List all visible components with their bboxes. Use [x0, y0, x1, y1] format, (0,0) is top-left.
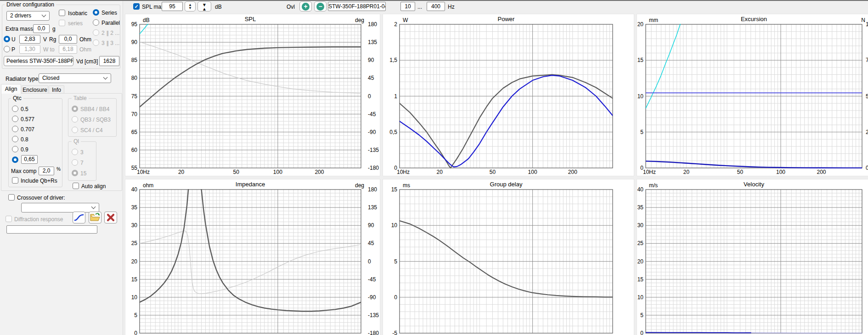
- right-tick-label: -135: [368, 312, 379, 318]
- voltage-label: U: [11, 36, 16, 43]
- isobaric-checkbox[interactable]: [59, 10, 65, 16]
- tab-align[interactable]: Align: [1, 84, 21, 94]
- qtc-custom-field[interactable]: 0,65: [21, 155, 38, 164]
- freq-from-field[interactable]: 10: [400, 2, 415, 11]
- crossover-checkbox[interactable]: [8, 194, 15, 201]
- right-tick-label: -45: [368, 111, 376, 117]
- table-qb3-label: QB3 / SQB3: [80, 117, 111, 123]
- rg-label: Rg: [49, 36, 56, 43]
- rg-field[interactable]: 0,0: [59, 35, 77, 44]
- table-sc4-label: SC4 / C4: [80, 127, 103, 134]
- y-tick-label: 10: [637, 294, 644, 301]
- spl-max-spinner[interactable]: ▲ ▼: [185, 1, 196, 11]
- right-tick-label: -180: [368, 165, 379, 171]
- right-tick-label: 90: [368, 222, 374, 229]
- diffraction-curve-button[interactable]: [73, 212, 85, 223]
- overlay-remove-button[interactable]: −: [314, 1, 327, 11]
- x-tick-label: 10Hz: [137, 169, 150, 175]
- right-axis-unit: deg: [355, 17, 364, 23]
- series-group-delay: [400, 221, 613, 297]
- ql-group-label: Ql: [72, 139, 81, 144]
- diffraction-label: Diffraction response: [14, 216, 63, 223]
- y-tick-label: 15: [637, 276, 644, 283]
- right-tick-label: 90: [368, 57, 374, 63]
- chart-title: Impedance: [236, 181, 265, 188]
- tab-info[interactable]: Info: [49, 85, 64, 94]
- right-tick-label: -90: [368, 294, 376, 301]
- power-radio[interactable]: [4, 46, 10, 52]
- power-unit: Ohm: [79, 46, 91, 53]
- right-tick-label: 0: [866, 165, 868, 171]
- x-tick-label: 20: [683, 169, 690, 175]
- extra-mass-unit: g: [52, 26, 56, 32]
- qtc-0.8-radio[interactable]: [12, 136, 18, 142]
- freq-ellipsis: ...: [417, 4, 422, 10]
- auto-align-label: Auto align: [81, 183, 106, 190]
- driver-select-button[interactable]: Peerless STW-350F-188PR01-: [4, 56, 73, 66]
- y-tick-label: 65: [131, 129, 138, 135]
- chart-svg-excursion: ExcursionmmN20151050100755025010Hz205010…: [637, 14, 868, 177]
- qtc-custom-radio[interactable]: [12, 156, 18, 163]
- qtc-0.577-label: 0.577: [21, 116, 34, 123]
- max-comp-field[interactable]: 2,0: [39, 167, 54, 175]
- diffraction-file-field[interactable]: [6, 225, 97, 234]
- x-tick-label: 200: [817, 169, 826, 175]
- spl-max-checkbox[interactable]: ✓: [133, 3, 140, 10]
- spinner-down-icon[interactable]: ▼: [185, 6, 195, 10]
- right-tick-label: 75: [866, 57, 868, 63]
- x-tick-label: 20: [178, 169, 185, 175]
- voltage-radio[interactable]: [4, 36, 10, 42]
- y-tick-label: 5: [134, 312, 137, 318]
- y-tick-label: 30: [637, 222, 644, 229]
- y-tick-label: 10: [637, 93, 644, 100]
- series-impedance-phase: [140, 231, 361, 294]
- x-tick-label: 100: [776, 169, 785, 175]
- parallel-radio[interactable]: [93, 19, 99, 26]
- load-diffraction-button[interactable]: [89, 212, 101, 223]
- x-tick-label: 50: [490, 169, 496, 175]
- extra-mass-field[interactable]: 0,0: [33, 24, 50, 33]
- crossover-driver-select[interactable]: [21, 203, 99, 212]
- y-tick-label: 15: [637, 57, 644, 63]
- qtc-0.5-radio[interactable]: [12, 106, 18, 112]
- freq-to-field[interactable]: 400: [427, 2, 445, 11]
- spl-max-field[interactable]: 95: [162, 2, 183, 11]
- include-qb-checkbox[interactable]: [12, 177, 18, 184]
- right-axis-unit: N: [861, 17, 865, 23]
- y-tick-label: 95: [131, 21, 138, 28]
- radiator-type-value: Closed: [42, 75, 59, 81]
- include-qb-label: Include Qb+Rs: [21, 178, 57, 184]
- voltage-field[interactable]: 2,83: [19, 35, 40, 44]
- clear-diffraction-button[interactable]: [104, 212, 117, 223]
- drivers-count-select[interactable]: 2 drivers: [6, 11, 50, 21]
- qtc-0.577-radio[interactable]: [12, 116, 18, 122]
- qtc-0.9-radio[interactable]: [12, 146, 18, 152]
- vd-field[interactable]: 1628: [99, 56, 119, 66]
- y-tick-label: 10: [131, 294, 138, 301]
- y-tick-label: 0,5: [389, 129, 397, 135]
- chart-panel-groupdelay: Group delayms151050-510Hz2050100200: [383, 179, 634, 335]
- series-radio[interactable]: [93, 9, 99, 16]
- radiator-type-select[interactable]: Closed: [39, 73, 111, 83]
- overlay-name-field[interactable]: STW-350F-188PR01-04 C: [328, 2, 386, 11]
- spl-max-fit-button[interactable]: ▼ ▲: [197, 1, 211, 11]
- ql-3-label: 3: [80, 149, 84, 156]
- y-tick-label: 15: [391, 186, 398, 193]
- chart-title: SPL: [245, 16, 256, 22]
- ql-15-radio: [72, 170, 78, 176]
- right-tick-label: 100: [866, 21, 868, 28]
- auto-align-checkbox[interactable]: [73, 183, 79, 189]
- y-tick-label: 1,5: [389, 57, 397, 63]
- y-tick-label: 20: [637, 258, 644, 265]
- series-cone-excursion: [646, 161, 862, 168]
- x-tick-label: 10Hz: [397, 169, 410, 175]
- crossover-label: Crossover of driver:: [17, 195, 65, 201]
- tab-enclosure[interactable]: Enclosure: [22, 85, 48, 94]
- y-tick-label: 35: [131, 204, 138, 211]
- overlay-add-button[interactable]: +: [299, 1, 312, 11]
- right-tick-label: -180: [368, 330, 379, 335]
- radiator-type-label: Radiator type: [6, 76, 38, 82]
- chevron-down-icon: [103, 75, 108, 79]
- qtc-0.707-radio[interactable]: [12, 126, 18, 132]
- chart-panel-impedance: Impedanceohmdeg4035302520151050180135904…: [125, 179, 380, 335]
